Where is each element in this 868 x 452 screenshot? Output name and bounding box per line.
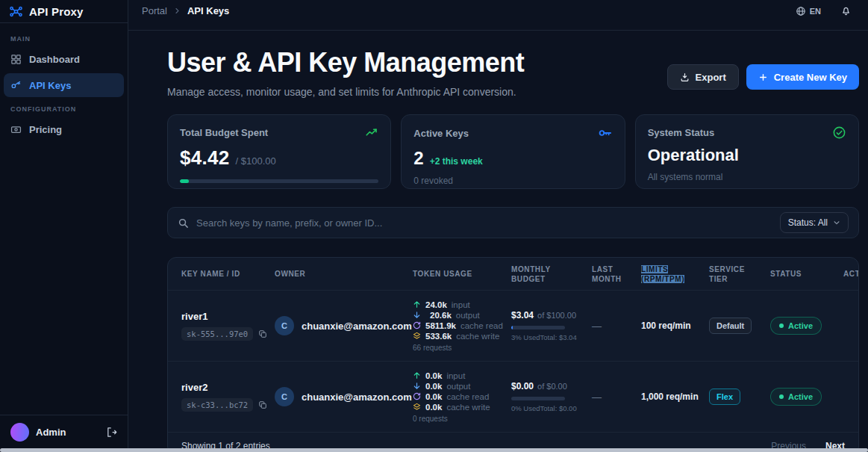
sidebar-item-api-keys[interactable]: API Keys [4, 73, 124, 97]
active-keys-label: Active Keys [413, 128, 469, 139]
api-keys-table: KEY NAME / ID OWNER TOKEN USAGE MONTHLYB… [167, 257, 859, 452]
search-input[interactable] [196, 217, 780, 229]
last-month-cell: — [592, 321, 641, 332]
revoked-count: 0 revoked [413, 176, 612, 186]
sidebar-item-label: Dashboard [29, 54, 80, 65]
sidebar-nav: MAIN Dashboard API Keys CONFIGURATION [0, 23, 128, 415]
dashboard-grid-icon [10, 54, 22, 65]
notification-bell-icon[interactable] [840, 5, 852, 16]
breadcrumb-portal[interactable]: Portal [142, 5, 167, 16]
owner-cell: C chuanxie@amazon.com [275, 387, 413, 406]
key-name: river2 [181, 382, 275, 393]
owner-avatar: C [275, 387, 294, 406]
table-header-row: KEY NAME / ID OWNER TOKEN USAGE MONTHLYB… [168, 258, 859, 291]
status-filter-select[interactable]: Status: All [780, 212, 849, 233]
sidebar-item-dashboard[interactable]: Dashboard [4, 47, 124, 71]
monthly-budget-cell: $0.00of $0.00 0% UsedTotal: $0.00 [511, 381, 592, 412]
system-status-card: System Status Operational All systems no… [635, 114, 859, 189]
language-label: EN [810, 7, 821, 16]
layers-icon [413, 332, 421, 340]
budget-progress-fill [180, 179, 189, 183]
status-dot [779, 323, 784, 328]
key-id-chip: sk-555...97e0 [181, 327, 253, 341]
export-button[interactable]: Export [667, 64, 739, 90]
active-keys-count: 2 [413, 148, 423, 169]
key-name: river1 [181, 311, 275, 322]
limits-cell: 1,000 req/min [641, 391, 709, 402]
copy-icon[interactable] [258, 329, 267, 338]
breadcrumb: Portal API Keys [142, 5, 229, 16]
col-status: STATUS [770, 269, 843, 279]
user-avatar [10, 423, 29, 442]
refresh-icon [413, 321, 421, 329]
arrow-down-icon [413, 382, 421, 390]
refresh-icon [413, 392, 421, 400]
col-key-name: KEY NAME / ID [181, 269, 275, 279]
owner-email: chuanxie@amazon.com [302, 321, 412, 332]
active-keys-delta: +2 this week [430, 156, 483, 167]
row-budget-track [511, 326, 565, 329]
col-last-month: LASTMONTH [592, 264, 641, 284]
create-new-key-button[interactable]: Create New Key [746, 64, 859, 90]
key-icon [10, 80, 22, 91]
row-budget-track [511, 397, 565, 400]
status-badge: Active [770, 388, 822, 406]
col-actions: ACTIONS [843, 269, 859, 279]
globe-icon [796, 6, 806, 16]
language-switcher[interactable]: EN [796, 6, 821, 16]
trending-up-icon [365, 126, 378, 139]
service-tier-badge: Flex [709, 388, 740, 405]
page-head: User & API Key Management Manage access,… [167, 47, 859, 98]
system-status-label: System Status [648, 127, 715, 138]
system-status-note: All systems normal [648, 172, 846, 182]
status-dot [779, 394, 784, 399]
owner-avatar: C [275, 316, 294, 335]
page-title: User & API Key Management [167, 47, 524, 78]
user-name: Admin [36, 427, 66, 438]
table-row: river1 sk-555...97e0 C chuanxie@amazon.c… [168, 291, 859, 362]
page-subtitle: Manage access, monitor usage, and set li… [167, 86, 524, 98]
col-service-tier: SERVICETIER [709, 264, 770, 284]
limits-cell: 100 req/min [641, 321, 709, 331]
network-hub-icon [9, 4, 23, 19]
budget-card-label: Total Budget Spent [180, 127, 268, 138]
search-icon [178, 217, 189, 229]
stat-cards: Total Budget Spent $4.42 / $100.00 [167, 114, 859, 189]
app-logo: API Proxy [0, 0, 128, 23]
key-icon [598, 126, 613, 140]
col-limits: LIMITS(RPM/TPM) [641, 264, 709, 284]
active-keys-card: Active Keys 2 +2 this week 0 revoked [401, 114, 625, 189]
token-usage-cell: 24.0kinput 20.6koutput 5811.9kcache read… [413, 300, 511, 352]
check-circle-icon [832, 126, 846, 140]
main-area: Portal API Keys EN [128, 0, 868, 452]
search-filter-bar: Status: All [167, 207, 859, 238]
chevron-down-icon [833, 219, 840, 226]
col-monthly-budget: MONTHLYBUDGET [511, 264, 592, 284]
monthly-budget-cell: $3.04of $100.00 3% UsedTotal: $3.04 [511, 310, 592, 341]
owner-email: chuanxie@amazon.com [302, 391, 412, 403]
banknote-icon [10, 124, 22, 135]
col-owner: OWNER [275, 269, 413, 279]
col-token-usage: TOKEN USAGE [413, 269, 511, 279]
service-tier-badge: Default [709, 318, 752, 334]
request-count: 0 requests [413, 415, 511, 423]
copy-icon[interactable] [258, 400, 267, 409]
token-usage-cell: 0.0kinput 0.0koutput 0.0kcache read 0.0k… [413, 371, 511, 423]
nav-section-main: MAIN [4, 29, 124, 47]
topbar: Portal API Keys EN [128, 0, 868, 31]
sidebar-item-pricing[interactable]: Pricing [4, 117, 124, 141]
sidebar-item-label: Pricing [29, 124, 62, 135]
download-icon [680, 72, 690, 82]
budget-card: Total Budget Spent $4.42 / $100.00 [167, 114, 391, 189]
chevron-right-icon [174, 7, 181, 14]
nav-section-configuration: CONFIGURATION [4, 99, 124, 117]
budget-total-value: / $100.00 [236, 155, 276, 167]
horizontal-scrollbar[interactable] [0, 448, 868, 452]
owner-cell: C chuanxie@amazon.com [275, 316, 413, 335]
user-row: Admin [0, 415, 128, 448]
arrow-down-icon [413, 311, 421, 319]
sidebar-item-label: API Keys [29, 80, 71, 91]
create-new-key-label: Create New Key [774, 72, 847, 83]
logout-icon[interactable] [106, 427, 117, 438]
system-status-value: Operational [648, 146, 846, 165]
